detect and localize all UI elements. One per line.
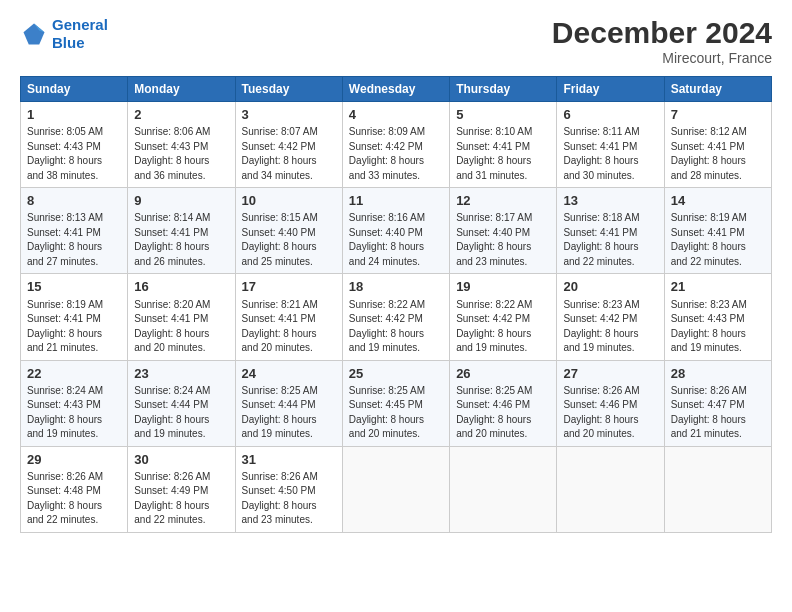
calendar-cell: 5Sunrise: 8:10 AMSunset: 4:41 PMDaylight… [450, 102, 557, 188]
calendar-cell: 18Sunrise: 8:22 AMSunset: 4:42 PMDayligh… [342, 274, 449, 360]
day-number: 6 [563, 106, 657, 124]
day-number: 1 [27, 106, 121, 124]
calendar-week-row: 8Sunrise: 8:13 AMSunset: 4:41 PMDaylight… [21, 188, 772, 274]
day-number: 8 [27, 192, 121, 210]
calendar-cell: 21Sunrise: 8:23 AMSunset: 4:43 PMDayligh… [664, 274, 771, 360]
calendar-cell: 24Sunrise: 8:25 AMSunset: 4:44 PMDayligh… [235, 360, 342, 446]
logo-text: General Blue [52, 16, 108, 52]
calendar-cell: 8Sunrise: 8:13 AMSunset: 4:41 PMDaylight… [21, 188, 128, 274]
cell-content: Sunrise: 8:20 AMSunset: 4:41 PMDaylight:… [134, 298, 228, 356]
cell-content: Sunrise: 8:10 AMSunset: 4:41 PMDaylight:… [456, 125, 550, 183]
calendar-cell: 28Sunrise: 8:26 AMSunset: 4:47 PMDayligh… [664, 360, 771, 446]
header-day: Friday [557, 77, 664, 102]
page: General Blue December 2024 Mirecourt, Fr… [0, 0, 792, 612]
cell-content: Sunrise: 8:15 AMSunset: 4:40 PMDaylight:… [242, 211, 336, 269]
logo: General Blue [20, 16, 108, 52]
location: Mirecourt, France [552, 50, 772, 66]
cell-content: Sunrise: 8:14 AMSunset: 4:41 PMDaylight:… [134, 211, 228, 269]
header: General Blue December 2024 Mirecourt, Fr… [20, 16, 772, 66]
month-title: December 2024 [552, 16, 772, 50]
cell-content: Sunrise: 8:18 AMSunset: 4:41 PMDaylight:… [563, 211, 657, 269]
calendar-cell: 14Sunrise: 8:19 AMSunset: 4:41 PMDayligh… [664, 188, 771, 274]
day-number: 29 [27, 451, 121, 469]
calendar-cell: 7Sunrise: 8:12 AMSunset: 4:41 PMDaylight… [664, 102, 771, 188]
cell-content: Sunrise: 8:17 AMSunset: 4:40 PMDaylight:… [456, 211, 550, 269]
logo-icon [20, 20, 48, 48]
day-number: 2 [134, 106, 228, 124]
calendar-cell [664, 446, 771, 532]
calendar-cell: 13Sunrise: 8:18 AMSunset: 4:41 PMDayligh… [557, 188, 664, 274]
day-number: 10 [242, 192, 336, 210]
cell-content: Sunrise: 8:12 AMSunset: 4:41 PMDaylight:… [671, 125, 765, 183]
cell-content: Sunrise: 8:11 AMSunset: 4:41 PMDaylight:… [563, 125, 657, 183]
cell-content: Sunrise: 8:26 AMSunset: 4:50 PMDaylight:… [242, 470, 336, 528]
cell-content: Sunrise: 8:21 AMSunset: 4:41 PMDaylight:… [242, 298, 336, 356]
day-number: 14 [671, 192, 765, 210]
cell-content: Sunrise: 8:22 AMSunset: 4:42 PMDaylight:… [349, 298, 443, 356]
cell-content: Sunrise: 8:22 AMSunset: 4:42 PMDaylight:… [456, 298, 550, 356]
day-number: 5 [456, 106, 550, 124]
calendar-cell: 12Sunrise: 8:17 AMSunset: 4:40 PMDayligh… [450, 188, 557, 274]
day-number: 11 [349, 192, 443, 210]
cell-content: Sunrise: 8:05 AMSunset: 4:43 PMDaylight:… [27, 125, 121, 183]
cell-content: Sunrise: 8:23 AMSunset: 4:43 PMDaylight:… [671, 298, 765, 356]
day-number: 22 [27, 365, 121, 383]
day-number: 31 [242, 451, 336, 469]
day-number: 24 [242, 365, 336, 383]
cell-content: Sunrise: 8:26 AMSunset: 4:48 PMDaylight:… [27, 470, 121, 528]
calendar-cell: 16Sunrise: 8:20 AMSunset: 4:41 PMDayligh… [128, 274, 235, 360]
calendar-cell: 15Sunrise: 8:19 AMSunset: 4:41 PMDayligh… [21, 274, 128, 360]
cell-content: Sunrise: 8:25 AMSunset: 4:44 PMDaylight:… [242, 384, 336, 442]
header-day: Thursday [450, 77, 557, 102]
calendar-cell: 9Sunrise: 8:14 AMSunset: 4:41 PMDaylight… [128, 188, 235, 274]
calendar-week-row: 29Sunrise: 8:26 AMSunset: 4:48 PMDayligh… [21, 446, 772, 532]
calendar-cell: 2Sunrise: 8:06 AMSunset: 4:43 PMDaylight… [128, 102, 235, 188]
calendar-cell: 31Sunrise: 8:26 AMSunset: 4:50 PMDayligh… [235, 446, 342, 532]
calendar-cell: 17Sunrise: 8:21 AMSunset: 4:41 PMDayligh… [235, 274, 342, 360]
day-number: 3 [242, 106, 336, 124]
day-number: 17 [242, 278, 336, 296]
calendar-cell [450, 446, 557, 532]
calendar-cell: 20Sunrise: 8:23 AMSunset: 4:42 PMDayligh… [557, 274, 664, 360]
calendar-cell: 26Sunrise: 8:25 AMSunset: 4:46 PMDayligh… [450, 360, 557, 446]
calendar-cell: 11Sunrise: 8:16 AMSunset: 4:40 PMDayligh… [342, 188, 449, 274]
cell-content: Sunrise: 8:13 AMSunset: 4:41 PMDaylight:… [27, 211, 121, 269]
day-number: 7 [671, 106, 765, 124]
calendar-cell: 30Sunrise: 8:26 AMSunset: 4:49 PMDayligh… [128, 446, 235, 532]
calendar-cell: 29Sunrise: 8:26 AMSunset: 4:48 PMDayligh… [21, 446, 128, 532]
cell-content: Sunrise: 8:06 AMSunset: 4:43 PMDaylight:… [134, 125, 228, 183]
cell-content: Sunrise: 8:25 AMSunset: 4:45 PMDaylight:… [349, 384, 443, 442]
cell-content: Sunrise: 8:26 AMSunset: 4:46 PMDaylight:… [563, 384, 657, 442]
day-number: 16 [134, 278, 228, 296]
calendar-cell: 4Sunrise: 8:09 AMSunset: 4:42 PMDaylight… [342, 102, 449, 188]
day-number: 21 [671, 278, 765, 296]
day-number: 27 [563, 365, 657, 383]
calendar-cell [557, 446, 664, 532]
calendar-cell: 10Sunrise: 8:15 AMSunset: 4:40 PMDayligh… [235, 188, 342, 274]
calendar-cell: 25Sunrise: 8:25 AMSunset: 4:45 PMDayligh… [342, 360, 449, 446]
calendar-cell: 19Sunrise: 8:22 AMSunset: 4:42 PMDayligh… [450, 274, 557, 360]
logo-line1: General [52, 16, 108, 33]
day-number: 12 [456, 192, 550, 210]
cell-content: Sunrise: 8:25 AMSunset: 4:46 PMDaylight:… [456, 384, 550, 442]
calendar-cell: 6Sunrise: 8:11 AMSunset: 4:41 PMDaylight… [557, 102, 664, 188]
svg-marker-0 [24, 24, 45, 45]
cell-content: Sunrise: 8:09 AMSunset: 4:42 PMDaylight:… [349, 125, 443, 183]
calendar-cell: 22Sunrise: 8:24 AMSunset: 4:43 PMDayligh… [21, 360, 128, 446]
cell-content: Sunrise: 8:07 AMSunset: 4:42 PMDaylight:… [242, 125, 336, 183]
cell-content: Sunrise: 8:23 AMSunset: 4:42 PMDaylight:… [563, 298, 657, 356]
day-number: 18 [349, 278, 443, 296]
calendar-week-row: 22Sunrise: 8:24 AMSunset: 4:43 PMDayligh… [21, 360, 772, 446]
day-number: 26 [456, 365, 550, 383]
calendar-week-row: 1Sunrise: 8:05 AMSunset: 4:43 PMDaylight… [21, 102, 772, 188]
calendar-week-row: 15Sunrise: 8:19 AMSunset: 4:41 PMDayligh… [21, 274, 772, 360]
day-number: 28 [671, 365, 765, 383]
cell-content: Sunrise: 8:19 AMSunset: 4:41 PMDaylight:… [27, 298, 121, 356]
day-number: 4 [349, 106, 443, 124]
day-number: 13 [563, 192, 657, 210]
cell-content: Sunrise: 8:24 AMSunset: 4:44 PMDaylight:… [134, 384, 228, 442]
title-block: December 2024 Mirecourt, France [552, 16, 772, 66]
day-number: 30 [134, 451, 228, 469]
header-day: Saturday [664, 77, 771, 102]
header-day: Monday [128, 77, 235, 102]
